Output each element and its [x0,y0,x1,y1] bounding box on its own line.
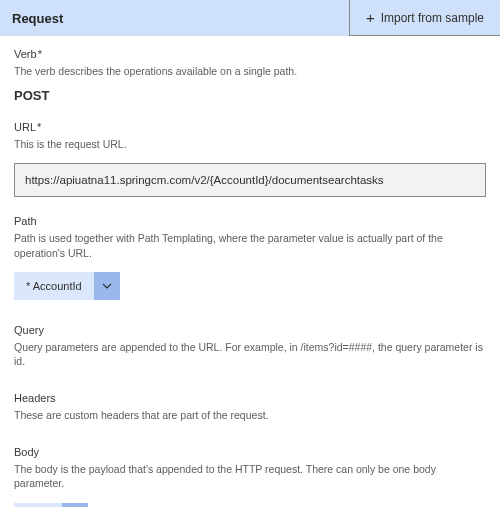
headers-description: These are custom headers that are part o… [14,408,486,422]
url-label: URL* [14,121,486,133]
import-button-label: Import from sample [381,11,484,25]
verb-label: Verb* [14,48,486,60]
chevron-down-icon [94,272,120,300]
plus-icon: + [366,10,375,25]
panel-header: Request + Import from sample [0,0,500,36]
chevron-down-icon [62,503,88,507]
path-param-label: * AccountId [14,272,94,300]
headers-section: Headers These are custom headers that ar… [14,392,486,422]
query-description: Query parameters are appended to the URL… [14,340,486,368]
query-label: Query [14,324,486,336]
path-section: Path Path is used together with Path Tem… [14,215,486,299]
headers-label: Headers [14,392,486,404]
url-label-text: URL [14,121,36,133]
request-panel: Request + Import from sample Verb* The v… [0,0,500,507]
url-description: This is the request URL. [14,137,486,151]
required-marker: * [37,121,41,133]
path-description: Path is used together with Path Templati… [14,231,486,259]
body-label: Body [14,446,486,458]
verb-section: Verb* The verb describes the operations … [14,48,486,103]
import-from-sample-button[interactable]: + Import from sample [349,0,500,36]
panel-title: Request [12,11,63,26]
required-marker: * [38,48,42,60]
verb-description: The verb describes the operations availa… [14,64,486,78]
url-section: URL* This is the request URL. [14,121,486,197]
body-param-dropdown[interactable]: body [14,503,88,507]
verb-value: POST [14,88,486,103]
body-section: Body The body is the payload that's appe… [14,446,486,507]
body-description: The body is the payload that's appended … [14,462,486,490]
verb-label-text: Verb [14,48,37,60]
body-param-label: body [14,503,62,507]
path-param-dropdown[interactable]: * AccountId [14,272,120,300]
query-section: Query Query parameters are appended to t… [14,324,486,368]
path-label: Path [14,215,486,227]
url-input[interactable] [14,163,486,197]
panel-body: Verb* The verb describes the operations … [0,36,500,507]
